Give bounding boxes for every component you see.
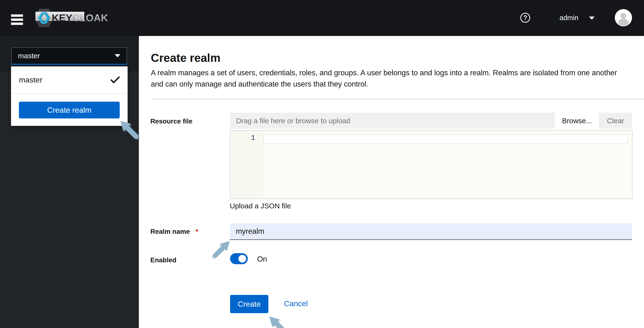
realm-name-input[interactable] — [230, 223, 632, 239]
editor-line-number: 1 — [230, 134, 255, 142]
current-realm-label: master — [18, 52, 115, 60]
toggle-knob — [238, 255, 246, 263]
json-code-editor[interactable]: 1 — [230, 130, 632, 199]
main-content: Create realm A realm manages a set of us… — [139, 36, 644, 328]
realm-selector-dropdown: master Create realm — [11, 66, 128, 126]
masthead: KEYCLOAK ? admin — [0, 0, 644, 36]
keycloak-admin-console: KEYCLOAK ? admin master master Create re… — [0, 0, 644, 328]
create-button[interactable]: Create — [230, 295, 268, 313]
create-realm-menu-button[interactable]: Create realm — [19, 102, 120, 118]
section-divider — [151, 99, 644, 99]
clear-button[interactable]: Clear — [599, 113, 632, 129]
realm-name-field — [230, 223, 632, 240]
avatar[interactable] — [615, 9, 632, 26]
chevron-down-icon — [115, 54, 120, 57]
file-upload-dropzone[interactable]: Browse... Clear — [230, 113, 632, 129]
browse-button[interactable]: Browse... — [555, 113, 599, 129]
keycloak-logo: KEYCLOAK — [36, 8, 114, 28]
check-icon — [110, 76, 120, 83]
enabled-state-label: On — [257, 255, 267, 263]
cancel-link[interactable]: Cancel — [284, 299, 308, 308]
svg-text:?: ? — [523, 14, 528, 21]
enabled-label: Enabled — [150, 256, 176, 264]
realm-name-label: Realm name* — [150, 228, 198, 235]
realm-menu-item-master[interactable]: master — [11, 66, 128, 93]
enabled-toggle[interactable] — [230, 253, 248, 264]
upload-helper-text: Upload a JSON file — [230, 202, 291, 210]
menu-divider — [11, 93, 128, 94]
required-asterisk: * — [196, 228, 198, 235]
file-upload-filename-input[interactable] — [230, 113, 553, 129]
realm-selector-toggle[interactable]: master — [12, 48, 127, 65]
nav-toggle-hamburger-icon[interactable] — [11, 14, 23, 26]
resource-file-label: Resource file — [150, 117, 192, 125]
page-description: A realm manages a set of users, credenti… — [151, 67, 637, 90]
editor-active-line[interactable] — [263, 134, 628, 144]
help-icon[interactable]: ? — [520, 13, 530, 23]
user-menu-button[interactable]: admin — [560, 14, 578, 22]
user-menu-caret-icon[interactable] — [589, 17, 595, 20]
brand-text: KEYCLOAK — [52, 12, 108, 24]
page-title: Create realm — [151, 51, 220, 65]
